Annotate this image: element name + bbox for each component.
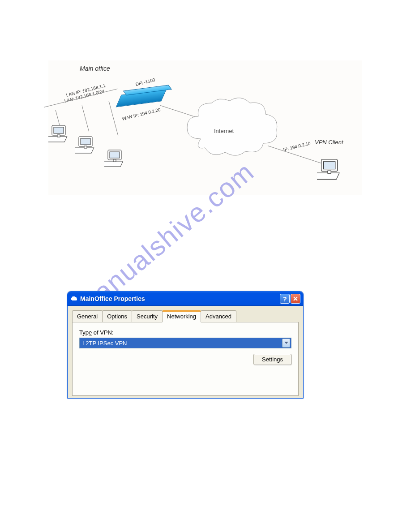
tab-security[interactable]: Security [132, 310, 163, 322]
svg-rect-10 [104, 161, 123, 167]
cloud-icon [70, 295, 77, 302]
internet-label: Internet [214, 128, 234, 134]
svg-rect-2 [48, 137, 67, 142]
dialog-title: MainOffice Properties [80, 295, 280, 302]
svg-rect-15 [328, 171, 331, 173]
vpn-type-label: Type of VPN: [79, 329, 291, 336]
tab-panel-networking: Type of VPN: L2TP IPSec VPN Settings [72, 322, 299, 396]
tab-networking[interactable]: Networking [162, 310, 201, 322]
svg-rect-14 [317, 173, 339, 179]
tab-general[interactable]: General [72, 310, 103, 322]
computer-icon [104, 148, 127, 170]
main-office-label: Main office [80, 65, 110, 72]
settings-button[interactable]: Settings [253, 354, 291, 365]
vpn-client-label: VPN Client [315, 139, 343, 146]
net-line [82, 105, 89, 131]
close-icon [293, 296, 298, 301]
dfl-device [116, 89, 167, 107]
help-icon: ? [283, 295, 287, 303]
svg-rect-13 [323, 162, 335, 169]
svg-rect-6 [75, 148, 94, 153]
computer-icon [48, 123, 71, 146]
titlebar: MainOffice Properties ? [68, 292, 303, 306]
device-label: DFL-1100 [135, 77, 156, 86]
vpn-type-dropdown[interactable]: L2TP IPSec VPN [79, 338, 291, 348]
svg-rect-5 [81, 138, 90, 145]
computer-icon [317, 157, 344, 184]
computer-icon [75, 134, 98, 157]
tab-advanced[interactable]: Advanced [201, 310, 236, 322]
properties-dialog: MainOffice Properties ? General Options … [67, 291, 304, 399]
svg-rect-7 [84, 146, 87, 148]
client-ip-label: IP: 194.0.2.10 [283, 141, 311, 152]
wan-ip-label: WAN IP: 194.0.2.20 [122, 107, 161, 121]
close-button[interactable] [291, 294, 300, 304]
svg-rect-3 [57, 135, 60, 137]
network-diagram: Main office DFL-1100 LAN IP: 192.168.1.1… [48, 60, 362, 195]
vpn-type-value: L2TP IPSec VPN [82, 340, 282, 347]
svg-rect-11 [113, 159, 116, 162]
help-button[interactable]: ? [280, 294, 290, 304]
svg-rect-1 [54, 127, 64, 133]
tabs: General Options Security Networking Adva… [68, 306, 303, 322]
chevron-down-icon [282, 339, 290, 348]
svg-rect-9 [110, 152, 120, 158]
tab-options[interactable]: Options [102, 310, 132, 322]
